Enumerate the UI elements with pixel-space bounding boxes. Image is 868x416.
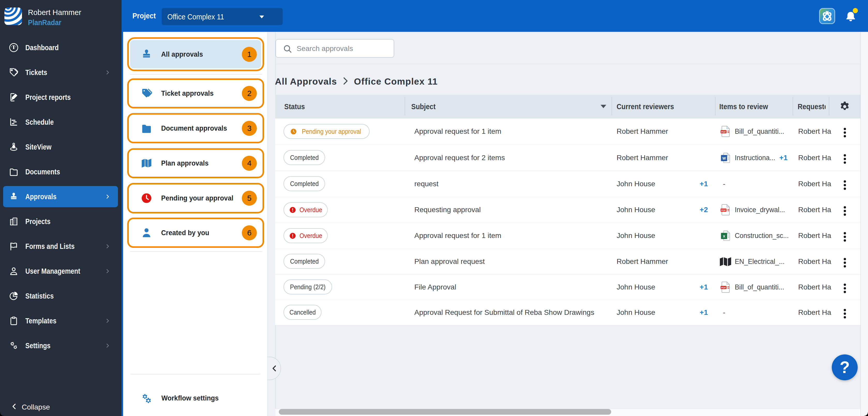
svg-text:W: W xyxy=(722,156,726,160)
svg-text:PDF: PDF xyxy=(721,286,726,289)
svg-text:PDF: PDF xyxy=(721,209,726,212)
svg-text:X: X xyxy=(723,234,725,238)
svg-text:PDF: PDF xyxy=(721,130,726,133)
